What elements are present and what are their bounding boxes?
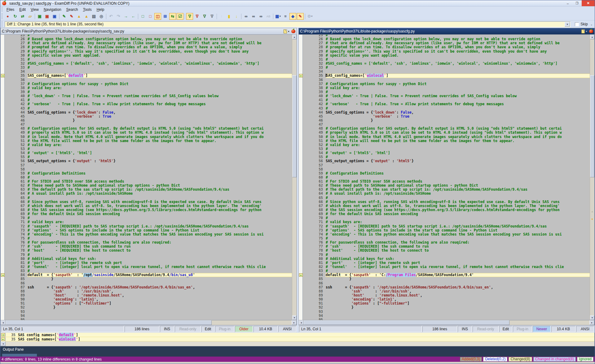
code-line-row[interactable]: 60# [299, 176, 590, 180]
code-line-row[interactable]: 90 'encoding': 'latin1', [299, 297, 590, 301]
print-icon[interactable]: ▤ [90, 13, 97, 20]
code-line-row[interactable]: 94 [299, 314, 590, 318]
code-line-row[interactable]: 70# [1, 216, 292, 220]
code-line-row[interactable]: 89 'host' : 'remote.linux.host', [1, 293, 292, 297]
menubar-grip[interactable] [1, 7, 3, 12]
code-line-row[interactable]: 44SAS_config_options = {'lock_down': Fal… [299, 110, 590, 115]
code-line-row[interactable]: 48# Configuration options for SAS output… [299, 127, 590, 131]
code-line-row[interactable]: 54# 'output' = ['html5', 'html'] [299, 151, 590, 155]
code-line-row[interactable]: 40# 'lock_down' - True | False. True = P… [299, 94, 590, 98]
code-line-row[interactable]: 29# specify options=''. This way it's sp… [299, 50, 590, 54]
allow-editing-icon[interactable]: ✎ [297, 13, 304, 20]
save-all-icon[interactable]: ▣ [51, 13, 58, 20]
code-line-row[interactable]: 34 [1, 70, 292, 74]
scroll-thumb[interactable] [292, 75, 297, 177]
minimize-button[interactable]: – [563, 0, 572, 6]
show-line-numbers-icon[interactable]: ☑ [177, 13, 183, 20]
code-line-row[interactable]: 26# Based upon the lock_down configurati… [1, 37, 292, 41]
code-line-row[interactable]: 95 [1, 318, 292, 320]
code-line-row[interactable]: 63# The default path to the sas start up… [1, 188, 292, 192]
scroll-track[interactable] [6, 341, 594, 346]
code-line-row[interactable]: 62# These need path to SASHome and optio… [299, 184, 590, 188]
scroll-left-button[interactable]: ◄ [1, 341, 6, 346]
code-line-row[interactable]: 75# [299, 236, 590, 240]
code-line-row[interactable]: 48# Configuration options for SAS output… [1, 127, 292, 131]
code-line-row[interactable]: 78# 'host' - [REQUIRED] the host to conn… [299, 249, 590, 253]
swap-panes-icon[interactable]: ⇄ [19, 13, 26, 20]
code-line-row[interactable]: 65# [299, 196, 590, 200]
code-line-row[interactable]: 61# For STDIO and STDIO over SSH access … [299, 180, 590, 184]
code-line-row[interactable]: 71# valid keys are: [299, 220, 590, 224]
code-line-row[interactable]: 51# the HTML file will need to be put in… [299, 139, 590, 143]
right-editor-area[interactable]: 25#26# Based upon the lock_down configur… [298, 35, 595, 320]
code-line-row[interactable]: 56SAS_output_options = {'output' : 'html… [299, 159, 590, 163]
scroll-right-button[interactable]: ► [589, 320, 594, 325]
redo-icon[interactable]: ↷ [115, 13, 122, 20]
code-line-row[interactable]: 50# in local mode. Note that HTML 4.0 wi… [1, 135, 292, 139]
code-line-row[interactable]: 36 [299, 78, 590, 82]
code-line-row[interactable]: 51# the HTML file will need to be put in… [1, 139, 292, 143]
scroll-thumb[interactable] [304, 320, 509, 325]
right-horizontal-scrollbar[interactable]: ◄ ► [298, 320, 595, 325]
code-line-row[interactable]: 66# Since python uses utf-8, running SAS… [1, 200, 292, 204]
code-line-row[interactable]: 89 'host' : 'remote.linux.host', [299, 293, 590, 297]
code-line-row[interactable]: 59# Configuration Definitions [1, 171, 292, 176]
code-line-row[interactable]: 46 } [299, 119, 590, 123]
code-line-row[interactable]: 38# valid key are: [299, 86, 590, 90]
line-inspector-icon[interactable]: ≡ [282, 13, 289, 20]
code-line-row[interactable]: 72# 'saspath' - [REQUIRED] path to SAS s… [1, 224, 292, 228]
code-line-row[interactable]: 54# 'output' = ['html5', 'html'] [1, 151, 292, 155]
code-line-row[interactable]: 68# the SAS session encoding (see https:… [1, 208, 292, 212]
code-line-row[interactable]: 53# [1, 147, 292, 151]
file-menu-icon[interactable] [284, 29, 287, 33]
code-line-row[interactable]: 25# [299, 35, 590, 37]
code-line-row[interactable]: 38# valid key are: [1, 86, 292, 90]
show-all-lines-icon[interactable]: ⊞ [162, 13, 169, 20]
code-line-row[interactable]: 77# 'ssh' - [REQUIRED] the ssh command t… [299, 245, 590, 249]
left-file-path-bar[interactable]: C:\Program Files\Python\Python37\Lib\sit… [0, 28, 297, 35]
code-line-row[interactable]: 33# [299, 66, 590, 70]
code-line-row[interactable]: 55# [299, 155, 590, 159]
chevron-down-icon[interactable]: ▼ [288, 30, 290, 32]
save-second-file-icon[interactable]: ▣ [44, 13, 51, 20]
code-line-row[interactable]: 61# For STDIO and STDIO over SSH access … [1, 180, 292, 184]
code-line-row[interactable]: 43# [299, 106, 590, 110]
menu-view[interactable]: View [28, 7, 41, 12]
code-line-row[interactable]: 52# valid key are: [299, 143, 590, 147]
left-vertical-scrollbar[interactable]: ▲ ▼ [292, 35, 297, 320]
code-line-row[interactable]: 75# [1, 236, 292, 240]
code-line-row[interactable]: 47 [1, 123, 292, 127]
code-line-row[interactable]: 81# 'port' - [integer] the remote ssh po… [1, 261, 292, 265]
code-line-row[interactable]: 92 } [299, 306, 590, 310]
code-line-row[interactable]: ←35SAS_config_names=['winlocal'] [299, 74, 590, 78]
diffbar-grip[interactable] [1, 21, 3, 27]
code-line-row[interactable]: 73# 'options' - SAS options to include i… [1, 228, 292, 232]
code-line-row[interactable]: 57 [1, 163, 292, 167]
menu-help[interactable]: Help [94, 7, 107, 12]
scroll-right-button[interactable]: ► [292, 320, 297, 325]
code-line-row[interactable]: ←84default = {'saspath' : 'C:/Program Fi… [299, 273, 590, 277]
code-line-row[interactable]: 88 'ssh' : '/usr/bin/ssh', [299, 289, 590, 293]
code-line-row[interactable]: 39# [299, 90, 590, 94]
scroll-track[interactable] [6, 320, 292, 325]
code-line-row[interactable]: 90 'encoding': 'latin1', [1, 297, 292, 301]
code-line-row[interactable]: 47 [299, 123, 590, 127]
code-line-row[interactable]: 87ssh = {'saspath' : '/opt/sasinside/SAS… [1, 285, 292, 289]
toolbar-grip[interactable] [1, 13, 3, 20]
menu-search[interactable]: Search [64, 7, 81, 12]
copy-to-left-marker-icon[interactable]: ← [1, 337, 5, 341]
code-line-row[interactable]: 49# properly with HTML 5.0 so it can als… [1, 131, 292, 135]
undo-icon[interactable]: ↶ [108, 13, 114, 20]
output-pane-active-tab[interactable] [2, 354, 37, 357]
copy-to-left-marker-icon[interactable]: ← [299, 273, 303, 277]
synchronized-scrolling-icon[interactable]: ⇆ [169, 13, 176, 20]
skip-checkbox[interactable] [575, 22, 579, 26]
code-line-row[interactable]: 30# specific value you want applied. [1, 54, 292, 58]
code-line-row[interactable]: 67# which does not work well as utf-8. S… [1, 204, 292, 208]
show-identical-lines-icon[interactable]: □ [139, 13, 146, 20]
code-line-row[interactable]: 88 'ssh' : '/usr/bin/ssh', [1, 289, 292, 293]
code-line-row[interactable]: 58 [1, 167, 292, 171]
scroll-thumb[interactable] [590, 75, 594, 177]
code-line-row[interactable]: 41# [1, 98, 292, 102]
code-line-row[interactable]: 32#SAS_config_names = ['default', 'ssh',… [1, 62, 292, 66]
